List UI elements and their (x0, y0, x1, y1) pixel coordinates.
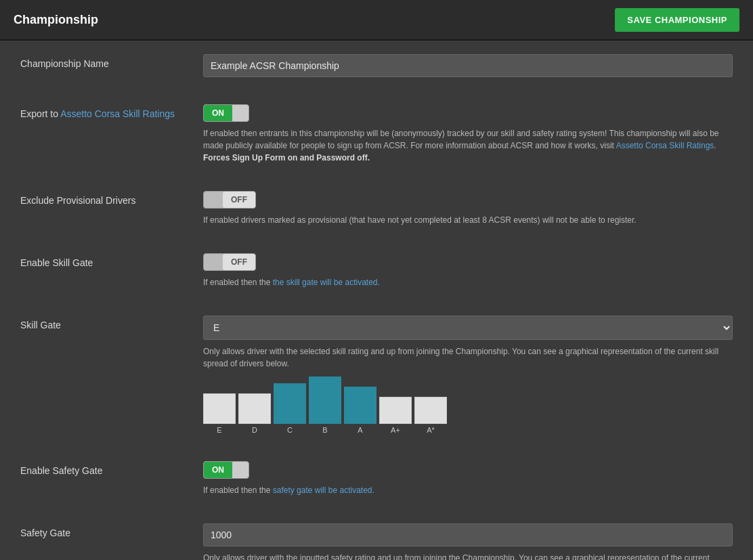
enable-skill-gate-row: Enable Skill Gate OFF If enabled then th… (20, 253, 733, 302)
chart-bar-c: C (274, 383, 306, 434)
enable-safety-gate-control: ON If enabled then the safety gate will … (203, 461, 733, 496)
acsr-link[interactable]: Assetto Corsa Skill Ratings (60, 108, 175, 119)
chart-bar-aplus: A+ (379, 397, 412, 434)
enable-safety-gate-row: Enable Safety Gate ON If enabled then th… (20, 461, 733, 510)
page-header: Championship SAVE CHAMPIONSHIP (0, 0, 753, 41)
skill-gate-chart: E D C B A (203, 376, 733, 434)
chart-bar-e: E (203, 393, 236, 434)
skill-gate-row: Skill Gate E D C B A A+ A* Only allows d… (20, 316, 733, 448)
export-acsr-control: ON If enabled then entrants in this cham… (203, 104, 733, 164)
bar-label-astar: A* (427, 426, 435, 434)
safety-toggle-off-space (232, 467, 249, 473)
export-acsr-row: Export to Assetto Corsa Skill Ratings ON… (20, 104, 733, 177)
bar-aplus (379, 397, 412, 424)
bar-d (238, 393, 271, 424)
enable-skill-gate-label: Enable Skill Gate (20, 253, 203, 268)
exclude-provisional-description: If enabled drivers marked as provisional… (203, 214, 733, 226)
toggle-off-label: OFF (223, 192, 255, 208)
export-acsr-toggle[interactable]: ON (203, 104, 249, 122)
bar-c (274, 383, 306, 424)
chart-bar-a: A (344, 387, 376, 434)
safety-gate-label: Safety Gate (20, 523, 203, 538)
bar-a (344, 387, 376, 424)
acsr-desc-link[interactable]: Assetto Corsa Skill Ratings (616, 141, 714, 150)
enable-skill-gate-description: If enabled then the the skill gate will … (203, 276, 733, 288)
bar-astar (414, 397, 447, 424)
chart-bar-b: B (309, 376, 341, 434)
chart-bar-d: D (238, 393, 271, 434)
championship-name-input[interactable] (203, 54, 733, 77)
enable-safety-gate-label: Enable Safety Gate (20, 461, 203, 476)
enable-skill-gate-control: OFF If enabled then the the skill gate w… (203, 253, 733, 288)
skill-gate-control: E D C B A A+ A* Only allows driver with … (203, 316, 733, 434)
enable-safety-gate-toggle[interactable]: ON (203, 461, 249, 479)
bar-label-b: B (322, 426, 327, 434)
skill-gate-highlight: the skill gate will be activated. (273, 278, 380, 287)
safety-gate-description: Only allows driver with the inputted saf… (203, 552, 733, 560)
safety-gate-row: Safety Gate Only allows driver with the … (20, 523, 733, 560)
safety-toggle-on-label: ON (204, 462, 232, 478)
bar-b (309, 376, 341, 424)
bar-label-aplus: A+ (391, 426, 400, 434)
enable-safety-gate-description: If enabled then the safety gate will be … (203, 484, 733, 496)
enable-skill-gate-toggle[interactable]: OFF (203, 253, 256, 271)
main-content: Championship Name Export to Assetto Cors… (0, 41, 753, 560)
toggle-blank2 (204, 259, 223, 265)
export-acsr-description: If enabled then entrants in this champio… (203, 127, 733, 164)
toggle-off-label2: OFF (223, 254, 255, 270)
exclude-provisional-toggle[interactable]: OFF (203, 191, 256, 209)
championship-name-label: Championship Name (20, 54, 203, 69)
toggle-blank (204, 196, 223, 203)
skill-gate-select[interactable]: E D C B A A+ A* (203, 316, 733, 340)
bar-label-c: C (287, 426, 293, 434)
championship-name-control (203, 54, 733, 77)
bar-label-d: D (252, 426, 257, 434)
bar-e (203, 393, 236, 424)
save-championship-button[interactable]: SAVE CHAMPIONSHIP (615, 8, 739, 32)
bar-label-e: E (217, 426, 221, 434)
exclude-provisional-control: OFF If enabled drivers marked as provisi… (203, 191, 733, 226)
toggle-on-label: ON (204, 105, 232, 121)
skill-gate-description: Only allows driver with the selected ski… (203, 345, 733, 370)
bar-label-a: A (358, 426, 362, 434)
exclude-provisional-row: Exclude Provisional Drivers OFF If enabl… (20, 191, 733, 240)
toggle-off-space (232, 110, 249, 116)
safety-gate-control: Only allows driver with the inputted saf… (203, 523, 733, 560)
export-acsr-bold: Forces Sign Up Form on and Password off. (203, 153, 370, 163)
skill-gate-label: Skill Gate (20, 316, 203, 330)
championship-name-row: Championship Name (20, 54, 733, 91)
page-title: Championship (14, 13, 98, 27)
safety-gate-highlight: safety gate will be activated. (273, 486, 374, 495)
chart-bar-astar: A* (414, 397, 447, 434)
exclude-provisional-label: Exclude Provisional Drivers (20, 191, 203, 206)
safety-gate-input[interactable] (203, 523, 733, 546)
export-acsr-label: Export to Assetto Corsa Skill Ratings (20, 104, 203, 119)
